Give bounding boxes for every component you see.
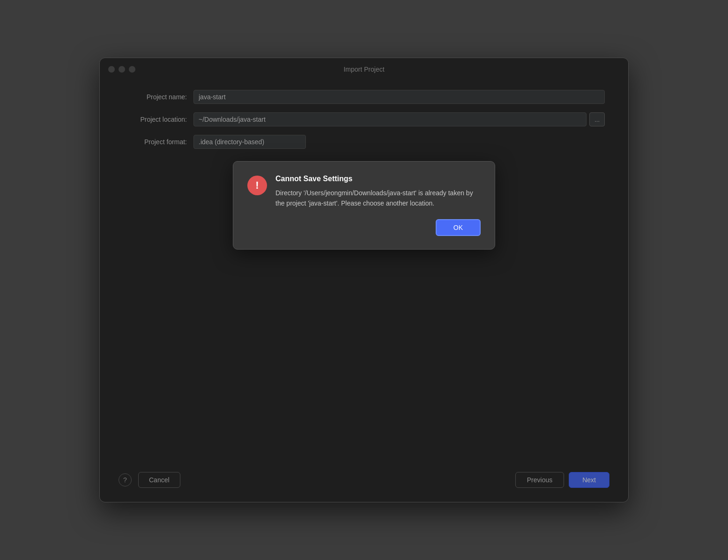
ok-button[interactable]: OK (436, 219, 481, 236)
modal-footer: OK (247, 219, 481, 236)
modal-title: Cannot Save Settings (275, 175, 481, 183)
modal-header: ! Cannot Save Settings Directory '/Users… (247, 175, 481, 209)
modal-text-block: Cannot Save Settings Directory '/Users/j… (275, 175, 481, 209)
error-icon: ! (247, 176, 267, 195)
error-dialog: ! Cannot Save Settings Directory '/Users… (233, 161, 495, 250)
modal-overlay: ! Cannot Save Settings Directory '/Users… (100, 58, 628, 502)
modal-message: Directory '/Users/jeongmin/Downloads/jav… (275, 188, 481, 209)
import-project-window: Import Project Project name: Project loc… (99, 58, 629, 502)
